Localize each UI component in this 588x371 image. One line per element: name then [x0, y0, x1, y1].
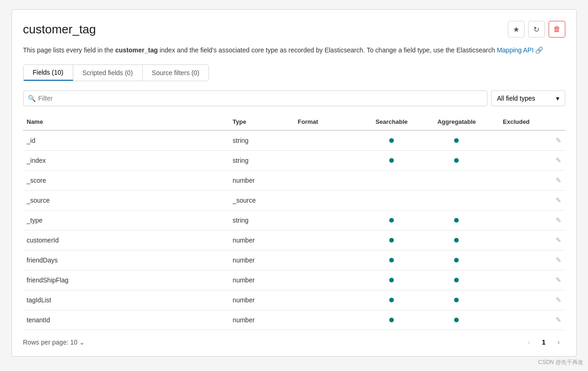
tab-source-filters[interactable]: Source filters (0) [143, 65, 209, 81]
table-row: tagIdListnumber✎ [23, 290, 565, 310]
desc-text-after: index and the field's associated core ty… [158, 46, 497, 54]
aggregatable-dot [454, 218, 459, 223]
delete-icon: 🗑 [553, 25, 561, 33]
cell-format [294, 130, 359, 151]
cell-type: number [229, 250, 294, 270]
cell-excluded [489, 290, 544, 310]
aggregatable-dot [454, 138, 459, 143]
col-header-aggregatable: Aggregatable [424, 114, 489, 130]
cell-action: ✎ [544, 211, 565, 230]
table-row: friendDaysnumber✎ [23, 250, 565, 270]
searchable-dot [389, 278, 394, 282]
edit-icon[interactable]: ✎ [556, 256, 562, 264]
cell-type: number [229, 270, 294, 290]
cell-excluded [489, 310, 544, 330]
cell-format [294, 151, 359, 171]
searchable-dot [389, 318, 394, 322]
header-row: customer_tag ★ ↻ 🗑 [23, 21, 565, 38]
edit-icon[interactable]: ✎ [556, 196, 562, 204]
aggregatable-dot [454, 318, 459, 322]
edit-icon[interactable]: ✎ [556, 216, 562, 224]
cell-searchable [359, 171, 424, 191]
tab-fields[interactable]: Fields (10) [24, 65, 73, 81]
tab-scripted-fields[interactable]: Scripted fields (0) [73, 65, 143, 81]
chevron-down-icon: ▾ [556, 95, 559, 102]
cell-action: ✎ [544, 151, 565, 171]
cell-action: ✎ [544, 171, 565, 191]
edit-icon[interactable]: ✎ [556, 156, 562, 164]
cell-excluded [489, 151, 544, 171]
cell-aggregatable [424, 290, 489, 310]
star-button[interactable]: ★ [508, 21, 525, 38]
edit-icon[interactable]: ✎ [556, 136, 562, 144]
refresh-button[interactable]: ↻ [528, 21, 545, 38]
cell-name: friendShipFlag [23, 270, 229, 290]
prev-page-button[interactable]: ‹ [523, 336, 536, 349]
delete-button[interactable]: 🗑 [549, 21, 565, 38]
searchable-dot [389, 138, 394, 143]
cell-format [294, 171, 359, 191]
cell-format [294, 230, 359, 250]
edit-icon[interactable]: ✎ [556, 276, 562, 284]
cell-action: ✎ [544, 230, 565, 250]
cell-searchable [359, 230, 424, 250]
table-row: tenantIdnumber✎ [23, 310, 565, 330]
refresh-icon: ↻ [533, 25, 539, 34]
aggregatable-dot [454, 298, 459, 302]
table-header-row: Name Type Format Searchable Aggregatable… [23, 114, 565, 130]
cell-excluded [489, 130, 544, 151]
cell-type: _source [229, 191, 294, 211]
table-row: _source_source✎ [23, 191, 565, 211]
desc-bold: customer_tag [115, 46, 158, 54]
rows-per-page[interactable]: Rows per page: 10 ⌄ [23, 339, 85, 346]
cell-name: customerId [23, 230, 229, 250]
col-header-action [544, 114, 565, 130]
table-row: _typestring✎ [23, 211, 565, 230]
cell-name: _id [23, 130, 229, 151]
fields-table: Name Type Format Searchable Aggregatable… [23, 114, 565, 330]
field-type-dropdown[interactable]: All field types ▾ [491, 90, 565, 106]
table-row: _scorenumber✎ [23, 171, 565, 191]
cell-name: _index [23, 151, 229, 171]
col-header-name: Name [23, 114, 229, 130]
cell-excluded [489, 250, 544, 270]
table-row: friendShipFlagnumber✎ [23, 270, 565, 290]
table-row: _indexstring✎ [23, 151, 565, 171]
col-header-searchable: Searchable [359, 114, 424, 130]
cell-type: number [229, 230, 294, 250]
filter-input[interactable] [23, 90, 487, 106]
searchable-dot [389, 238, 394, 243]
searchable-dot [389, 258, 394, 262]
cell-aggregatable [424, 211, 489, 230]
cell-type: number [229, 171, 294, 191]
rows-per-page-value: 10 [70, 339, 78, 346]
cell-searchable [359, 211, 424, 230]
cell-name: _source [23, 191, 229, 211]
watermark: CSDN @先千再改 [538, 358, 583, 366]
searchable-dot [389, 158, 394, 163]
cell-name: _score [23, 171, 229, 191]
cell-type: number [229, 310, 294, 330]
rows-per-page-label: Rows per page: [23, 339, 69, 346]
cell-type: string [229, 211, 294, 230]
cell-action: ✎ [544, 130, 565, 151]
cell-format [294, 270, 359, 290]
current-page: 1 [537, 336, 550, 349]
cell-format [294, 310, 359, 330]
edit-icon[interactable]: ✎ [556, 316, 562, 324]
footer-row: Rows per page: 10 ⌄ ‹ 1 › [23, 330, 565, 349]
filter-row: 🔍 All field types ▾ [23, 90, 565, 106]
cell-action: ✎ [544, 191, 565, 211]
aggregatable-dot [454, 238, 459, 243]
cell-aggregatable [424, 191, 489, 211]
page-title: customer_tag [23, 22, 96, 37]
search-icon: 🔍 [28, 95, 36, 102]
next-page-button[interactable]: › [552, 336, 565, 349]
edit-icon[interactable]: ✎ [556, 236, 562, 244]
field-type-label: All field types [497, 95, 535, 102]
edit-icon[interactable]: ✎ [556, 176, 562, 184]
mapping-api-link[interactable]: Mapping API [497, 46, 533, 54]
cell-aggregatable [424, 250, 489, 270]
cell-action: ✎ [544, 310, 565, 330]
edit-icon[interactable]: ✎ [556, 296, 562, 304]
